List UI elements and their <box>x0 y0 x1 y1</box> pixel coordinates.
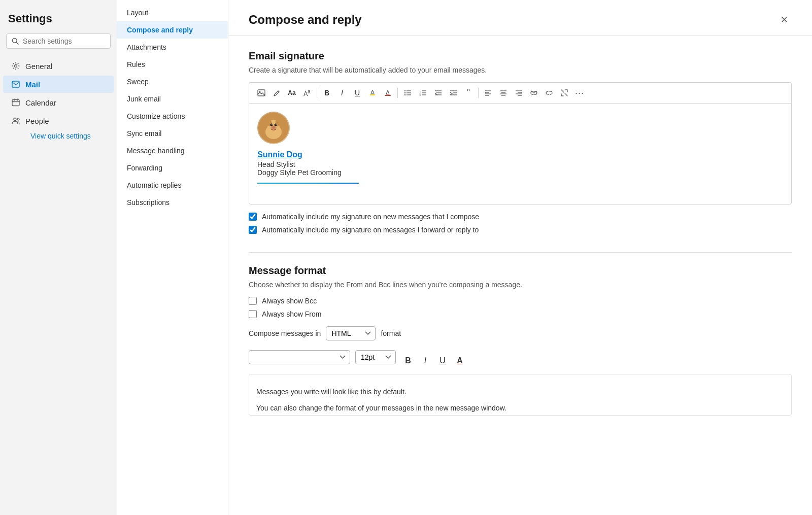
toolbar-italic-btn[interactable]: I <box>335 86 349 100</box>
toolbar-unlink-btn[interactable] <box>542 86 556 100</box>
signature-checkboxes: Automatically include my signature on ne… <box>249 213 792 234</box>
toolbar-sep-1 <box>317 88 317 98</box>
main-body: Email signature Create a signature that … <box>228 36 812 448</box>
submenu-item-automatic-replies[interactable]: Automatic replies <box>117 177 228 194</box>
checkbox-forward-reply-input[interactable] <box>249 226 257 234</box>
toolbar-underline-btn[interactable]: U <box>350 86 364 100</box>
toolbar-align-left-btn[interactable] <box>481 86 495 100</box>
submenu-item-compose-reply[interactable]: Compose and reply <box>117 21 228 39</box>
font-size-dropdown[interactable]: 8pt 10pt 12pt 14pt 16pt <box>355 350 396 364</box>
checkbox-new-messages-label: Automatically include my signature on ne… <box>262 213 479 221</box>
nav-mail-label: Mail <box>25 80 40 89</box>
svg-rect-3 <box>12 81 19 87</box>
submenu-item-customize-actions[interactable]: Customize actions <box>117 108 228 125</box>
toolbar-align-center-btn[interactable] <box>496 86 511 100</box>
nav-item-calendar[interactable]: Calendar <box>3 94 114 111</box>
toolbar-align-right-btn[interactable] <box>512 86 526 100</box>
toolbar-link-btn[interactable] <box>527 86 541 100</box>
svg-point-9 <box>404 90 405 91</box>
search-input[interactable] <box>23 37 105 45</box>
signature-company: Doggy Style Pet Grooming <box>257 168 783 177</box>
toolbar-image-btn[interactable] <box>254 86 268 100</box>
sidebar: Settings General Mail Calendar People Vi… <box>0 0 117 515</box>
section-divider <box>249 252 792 253</box>
quick-settings-link[interactable]: View quick settings <box>22 130 117 142</box>
toolbar-increase-indent-btn[interactable] <box>446 86 460 100</box>
email-signature-desc: Create a signature that will be automati… <box>249 66 792 74</box>
toolbar-draw-btn[interactable] <box>269 86 284 100</box>
email-signature-title: Email signature <box>249 50 792 62</box>
submenu-item-junk-email[interactable]: Junk email <box>117 90 228 108</box>
checkbox-bcc-label: Always show Bcc <box>262 297 317 305</box>
submenu-item-layout[interactable]: Layout <box>117 4 228 21</box>
submenu-item-sweep[interactable]: Sweep <box>117 73 228 90</box>
font-family-dropdown[interactable] <box>249 350 350 364</box>
checkbox-from-label: Always show From <box>262 310 321 318</box>
default-format-preview: Messages you write will look like this b… <box>249 374 792 416</box>
calendar-icon <box>11 98 20 107</box>
submenu-item-rules[interactable]: Rules <box>117 56 228 73</box>
submenu-item-forwarding[interactable]: Forwarding <box>117 159 228 177</box>
nav-people-label: People <box>25 117 49 125</box>
signature-avatar <box>257 112 290 144</box>
format-dropdown[interactable]: HTML Plain text <box>326 326 376 340</box>
search-box[interactable] <box>6 33 111 49</box>
compose-format-row: Compose messages in HTML Plain text form… <box>249 326 792 340</box>
nav-item-mail[interactable]: Mail <box>3 76 114 93</box>
toolbar-decrease-indent-btn[interactable] <box>431 86 445 100</box>
toolbar-quote-btn[interactable]: " <box>461 86 476 100</box>
checkbox-always-show-bcc: Always show Bcc <box>249 297 792 305</box>
nav-item-general[interactable]: General <box>3 57 114 75</box>
checkbox-forward-reply: Automatically include my signature on me… <box>249 226 792 234</box>
close-button[interactable]: ✕ <box>776 12 792 27</box>
submenu-item-attachments[interactable]: Attachments <box>117 39 228 56</box>
toolbar-expand-btn[interactable] <box>557 86 571 100</box>
toolbar-font-color-btn[interactable] <box>381 86 395 100</box>
checkbox-always-show-from: Always show From <box>249 310 792 318</box>
format-mini-toolbar: B I U A <box>401 354 467 368</box>
signature-editor-toolbar: Aa Aa B I U 1.2 <box>249 82 792 103</box>
svg-point-49 <box>273 126 275 129</box>
submenu-item-sync-email[interactable]: Sync email <box>117 125 228 142</box>
svg-point-11 <box>404 94 405 95</box>
svg-point-2 <box>15 65 17 67</box>
message-format-desc: Choose whether to display the From and B… <box>249 281 792 289</box>
font-format-row: 8pt 10pt 12pt 14pt 16pt B I U A <box>249 347 792 368</box>
toolbar-highlight-btn[interactable] <box>365 86 380 100</box>
format-bold-btn[interactable]: B <box>401 354 415 368</box>
toolbar-more-btn[interactable]: ··· <box>572 86 587 100</box>
toolbar-sep-2 <box>397 88 398 98</box>
nav-calendar-label: Calendar <box>25 98 56 107</box>
page-title: Compose and reply <box>249 13 362 27</box>
submenu-item-message-handling[interactable]: Message handling <box>117 142 228 159</box>
checkbox-new-messages-input[interactable] <box>249 213 257 221</box>
compose-in-label: Compose messages in <box>249 329 321 337</box>
submenu-item-subscriptions[interactable]: Subscriptions <box>117 194 228 211</box>
checkbox-bcc-input[interactable] <box>249 297 257 305</box>
svg-point-46 <box>272 124 273 125</box>
format-font-color-btn[interactable]: A <box>453 354 467 368</box>
checkbox-from-input[interactable] <box>249 310 257 318</box>
format-italic-btn[interactable]: I <box>418 354 432 368</box>
svg-point-6 <box>17 118 19 120</box>
format-checkboxes: Always show Bcc Always show From <box>249 297 792 318</box>
main-header: Compose and reply ✕ <box>228 0 812 36</box>
svg-text:3.: 3. <box>419 94 421 96</box>
toolbar-font-size-btn[interactable]: Aa <box>285 86 299 100</box>
svg-point-45 <box>275 124 277 126</box>
format-label: format <box>381 329 401 337</box>
nav-item-people[interactable]: People <box>3 112 114 129</box>
format-underline-btn[interactable]: U <box>435 354 450 368</box>
search-icon <box>12 38 19 45</box>
checkbox-forward-reply-label: Automatically include my signature on me… <box>262 226 479 234</box>
checkbox-new-messages: Automatically include my signature on ne… <box>249 213 792 221</box>
toolbar-numbering-btn[interactable]: 1.2.3. <box>416 86 430 100</box>
svg-point-47 <box>276 124 277 125</box>
default-msg: Messages you write will look like this b… <box>249 383 791 401</box>
toolbar-bullets-btn[interactable] <box>400 86 415 100</box>
message-format-section: Message format Choose whether to display… <box>249 265 792 416</box>
signature-name: Sunnie Dog <box>257 150 783 159</box>
toolbar-format-btn[interactable]: Aa <box>300 86 314 100</box>
toolbar-bold-btn[interactable]: B <box>320 86 334 100</box>
signature-editor-area[interactable]: Sunnie Dog Head Stylist Doggy Style Pet … <box>249 103 792 204</box>
